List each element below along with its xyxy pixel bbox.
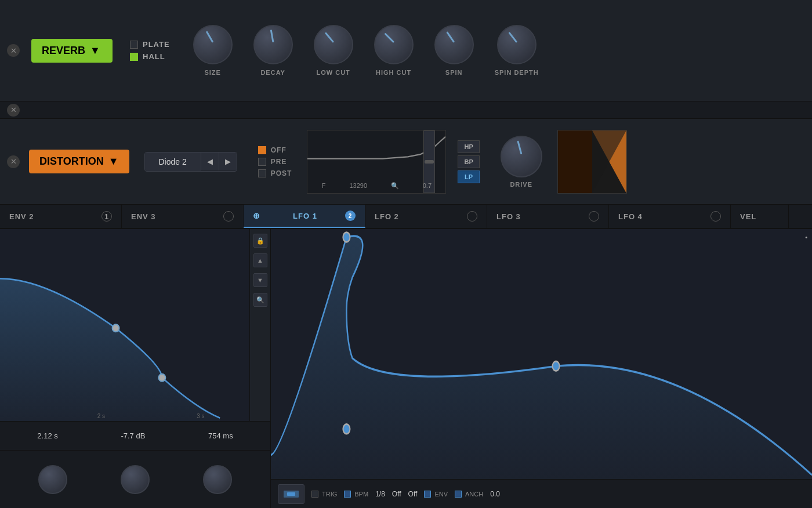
filter-values: F 13290 🔍 0.7	[307, 182, 445, 190]
tabs-row: ENV 2 1 ENV 3 ⊕ LFO 1 2 LFO 2 LFO 3 LFO …	[0, 205, 812, 229]
bpm-checkbox[interactable]	[344, 491, 351, 498]
spin-label: SPIN	[445, 69, 463, 76]
filter-pre-label: PRE	[271, 158, 287, 166]
highcut-knob[interactable]	[374, 25, 414, 64]
spin-knob-group: SPIN	[434, 25, 474, 76]
plate-checkbox[interactable]	[130, 41, 138, 49]
tab-lfo4[interactable]: LFO 4	[609, 205, 731, 228]
filter-type-buttons: HP BP LP	[458, 140, 479, 183]
filter-off-checkbox[interactable]	[258, 146, 266, 154]
waveform-icon	[282, 488, 300, 500]
anch-label: ANCH	[465, 491, 483, 498]
filter-bp-button[interactable]: BP	[458, 155, 479, 168]
spin-knob[interactable]	[434, 25, 474, 64]
env-canvas[interactable]: 2 s 3 s 🔒 ▲ ▼ 🔍	[0, 229, 270, 421]
tab-env3-badge	[223, 211, 234, 222]
lfo-bottom: TRIG BPM 1/8 Off Off ENV ANCH 0.0	[271, 479, 812, 508]
preset-name: Diode 2	[145, 153, 201, 171]
drive-knob[interactable]	[501, 136, 542, 177]
filter-off-item[interactable]: OFF	[258, 146, 292, 154]
env-lfo-area: 2 s 3 s 🔒 ▲ ▼ 🔍 2.12 s -7.7 dB 754 ms	[0, 229, 812, 508]
tab-lfo1-badge: 2	[345, 211, 356, 221]
env-checkbox[interactable]	[424, 491, 431, 498]
filter-pre-checkbox[interactable]	[258, 158, 266, 166]
reverb-close-button[interactable]: ✕	[7, 44, 20, 57]
lfo-val-1: 1/8	[375, 490, 385, 498]
waveform-svg	[558, 130, 626, 193]
size-label: SIZE	[204, 69, 220, 76]
lfo-canvas[interactable]: •	[271, 229, 812, 479]
decay-label: DECAY	[260, 69, 285, 76]
distortion-row: ✕ DISTORTION ▼ Diode 2 ◀ ▶ OFF PRE POST …	[0, 119, 812, 205]
env-knob-1[interactable]	[38, 465, 67, 494]
tab-lfo2[interactable]: LFO 2	[365, 205, 487, 228]
filter-pre-item[interactable]: PRE	[258, 158, 292, 166]
lfo-val-2: Off	[392, 490, 401, 498]
tab-env3-label: ENV 3	[131, 212, 156, 221]
waveform-display	[557, 130, 627, 194]
filter-q-icon: 🔍	[391, 182, 399, 190]
reverb-label[interactable]: REVERB ▼	[31, 39, 113, 63]
lowcut-knob[interactable]	[314, 25, 353, 64]
lfo-panel: • TRIG BPM 1/8 Off Off ENV	[271, 229, 812, 508]
env-checkbox-row: ENV	[424, 491, 448, 498]
lowcut-label: LOW CUT	[316, 69, 350, 76]
spindepth-knob[interactable]	[497, 25, 536, 64]
zoom-tool-button[interactable]: 🔍	[253, 293, 267, 307]
lfo-waveform-button[interactable]	[278, 484, 304, 504]
svg-text:2 s: 2 s	[97, 412, 105, 419]
size-knob[interactable]	[193, 25, 233, 64]
reverb-title: REVERB	[42, 45, 85, 57]
lowcut-knob-group: LOW CUT	[314, 25, 353, 76]
reverb-knobs: SIZE DECAY LOW CUT HIGH CUT SPIN SPIN DE…	[193, 25, 805, 76]
env-knob-3[interactable]	[203, 465, 232, 494]
hall-checkbox[interactable]	[130, 53, 138, 61]
filter-freq-label: F	[322, 182, 326, 189]
trig-checkbox-row: TRIG	[311, 491, 337, 498]
sep-close-button[interactable]: ✕	[7, 104, 20, 117]
down-tool-button[interactable]: ▼	[253, 273, 267, 287]
env-knob-2[interactable]	[121, 465, 150, 494]
env-value-1: 2.12 s	[37, 431, 57, 440]
svg-text:3 s: 3 s	[197, 412, 204, 419]
filter-off-label: OFF	[271, 146, 287, 154]
separator-row-1: ✕	[0, 101, 812, 119]
preset-next-button[interactable]: ▶	[219, 153, 237, 170]
preset-prev-button[interactable]: ◀	[201, 153, 219, 170]
up-tool-button[interactable]: ▲	[253, 253, 267, 267]
size-knob-group: SIZE	[193, 25, 233, 76]
lfo-curve-svg	[271, 229, 812, 479]
anch-checkbox[interactable]	[455, 491, 462, 498]
tab-env2-badge: 1	[102, 211, 112, 222]
tab-lfo1[interactable]: ⊕ LFO 1 2	[244, 205, 365, 228]
drive-group: DRIVE	[501, 136, 542, 188]
tab-vel[interactable]: VEL	[731, 205, 789, 228]
env-value-2: -7.7 dB	[121, 431, 145, 440]
filter-lp-button[interactable]: LP	[458, 170, 479, 183]
highcut-label: HIGH CUT	[376, 69, 411, 76]
filter-post-checkbox[interactable]	[258, 169, 266, 177]
distortion-label[interactable]: DISTORTION ▼	[29, 150, 129, 173]
svg-rect-11	[287, 492, 295, 496]
env-bottom: 2.12 s -7.7 dB 754 ms	[0, 421, 270, 450]
env-value-3: 754 ms	[208, 431, 233, 440]
reverb-option-hall[interactable]: HALL	[130, 52, 170, 61]
tab-env2[interactable]: ENV 2 1	[0, 205, 122, 228]
decay-knob[interactable]	[253, 25, 293, 64]
bpm-checkbox-row: BPM	[344, 491, 368, 498]
env-panel: 2 s 3 s 🔒 ▲ ▼ 🔍 2.12 s -7.7 dB 754 ms	[0, 229, 271, 508]
move-icon: ⊕	[253, 211, 260, 220]
svg-point-9	[553, 361, 560, 371]
distortion-close-button[interactable]: ✕	[7, 155, 20, 168]
env-label: ENV	[434, 491, 448, 498]
filter-post-item[interactable]: POST	[258, 169, 292, 177]
filter-hp-button[interactable]: HP	[458, 140, 479, 153]
tab-env3[interactable]: ENV 3	[122, 205, 244, 228]
lfo-top-info: •	[805, 234, 807, 241]
trig-checkbox[interactable]	[311, 491, 318, 498]
tab-env2-label: ENV 2	[9, 212, 34, 221]
filter-slider-handle[interactable]	[425, 160, 434, 164]
lock-tool-button[interactable]: 🔒	[253, 234, 267, 248]
reverb-option-plate[interactable]: PLATE	[130, 40, 170, 49]
tab-lfo3[interactable]: LFO 3	[487, 205, 609, 228]
